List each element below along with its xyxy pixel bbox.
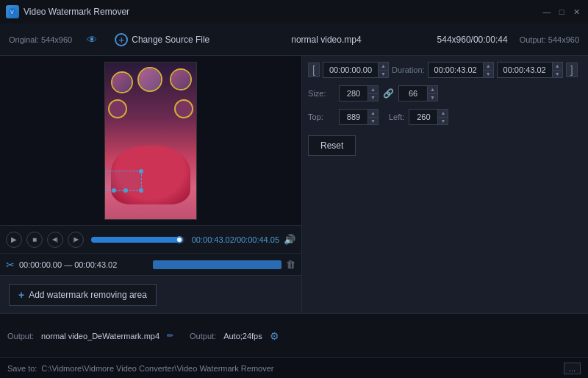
file-name-label: normal video.mp4 xyxy=(227,35,425,45)
change-source-label: Change Source File xyxy=(132,35,209,45)
minimize-button[interactable]: — xyxy=(541,6,553,18)
corner-handle-bm2[interactable] xyxy=(123,188,128,193)
top-label: Top: xyxy=(308,113,334,121)
top-bar: Original: 544x960 👁 + Change Source File… xyxy=(0,24,588,56)
duration-up[interactable]: ▲ xyxy=(483,63,493,71)
left-panel: ▶ ■ ◀| |▶ 00:00:43.02/00:00:44.05 🔊 ✂ 00… xyxy=(0,56,301,313)
maximize-button[interactable]: □ xyxy=(556,6,567,18)
add-area-label: Add watermark removing area xyxy=(29,290,147,300)
reset-row: Reset xyxy=(308,135,582,156)
add-watermark-area-button[interactable]: + Add watermark removing area xyxy=(9,284,157,306)
left-spinners: ▲ ▼ xyxy=(437,110,448,124)
bracket-end-button[interactable]: ] xyxy=(566,63,578,77)
clip-track[interactable] xyxy=(153,260,282,269)
start-time-spinners: ▲ ▼ xyxy=(378,63,388,77)
left-down[interactable]: ▼ xyxy=(437,118,448,125)
left-up[interactable]: ▲ xyxy=(437,110,448,118)
duration-down[interactable]: ▼ xyxy=(483,71,493,78)
frame-back-button[interactable]: ◀| xyxy=(47,232,63,248)
top-down[interactable]: ▼ xyxy=(368,118,378,125)
app-title: Video Watermark Remover xyxy=(24,7,129,17)
left-spinbox[interactable]: ▲ ▼ xyxy=(409,109,448,125)
change-source-button[interactable]: + Change Source File xyxy=(109,30,215,49)
size-height-down[interactable]: ▼ xyxy=(427,94,437,101)
title-controls: — □ ✕ xyxy=(541,6,582,18)
size-width-input[interactable] xyxy=(340,86,368,101)
size-height-input[interactable] xyxy=(399,86,427,101)
progress-bar[interactable] xyxy=(91,237,184,243)
saveto-path: C:\Vidmore\Vidmore Video Converter\Video… xyxy=(41,364,559,373)
size-width-spinners: ▲ ▼ xyxy=(368,86,378,101)
size-row: Size: ▲ ▼ 🔗 ▲ ▼ xyxy=(308,85,582,101)
frame-forward-button[interactable]: |▶ xyxy=(68,232,84,248)
export-area: ⬇ Export xyxy=(308,160,582,307)
position-row: Top: ▲ ▼ Left: ▲ ▼ xyxy=(308,109,582,125)
output-file-label: Output: xyxy=(7,332,34,340)
start-time-spinbox[interactable]: ▲ ▼ xyxy=(323,62,389,78)
size-width-spinbox[interactable]: ▲ ▼ xyxy=(339,85,379,101)
end-time-down[interactable]: ▼ xyxy=(552,71,562,78)
end-time-spinbox[interactable]: ▲ ▼ xyxy=(497,62,563,78)
top-up[interactable]: ▲ xyxy=(368,110,378,118)
corner-handle-tr[interactable] xyxy=(139,169,143,174)
stop-button[interactable]: ■ xyxy=(26,232,43,248)
bottom-bar: Output: normal video_DeWatermark.mp4 ✏ O… xyxy=(0,313,588,357)
reset-button[interactable]: Reset xyxy=(308,135,356,156)
title-bar-left: V Video Watermark Remover xyxy=(6,5,129,18)
progress-fill xyxy=(91,237,182,243)
link-icon[interactable]: 🔗 xyxy=(383,88,394,99)
output-format-label: Output: xyxy=(190,332,216,340)
size-height-spinbox[interactable]: ▲ ▼ xyxy=(398,85,438,101)
svg-text:V: V xyxy=(10,10,14,15)
size-width-up[interactable]: ▲ xyxy=(368,86,378,94)
watermark-selection-box[interactable] xyxy=(104,171,142,191)
plus-icon: + xyxy=(18,289,24,301)
playback-bar: ▶ ■ ◀| |▶ 00:00:43.02/00:00:44.05 🔊 xyxy=(0,225,301,253)
top-spinbox[interactable]: ▲ ▼ xyxy=(339,109,379,125)
title-bar: V Video Watermark Remover — □ ✕ xyxy=(0,0,588,24)
end-time-input[interactable] xyxy=(498,63,552,77)
end-time-up[interactable]: ▲ xyxy=(552,63,562,71)
start-time-up[interactable]: ▲ xyxy=(378,63,388,71)
duration-input[interactable] xyxy=(429,63,483,77)
left-label: Left: xyxy=(389,113,404,121)
output-dimensions-label: Output: 544x960 xyxy=(520,35,579,44)
duration-label: Duration: xyxy=(392,65,425,74)
settings-icon[interactable]: ⚙ xyxy=(270,330,279,342)
end-time-spinners: ▲ ▼ xyxy=(552,63,562,77)
corner-handle-bm[interactable] xyxy=(112,188,116,193)
video-preview-area xyxy=(0,56,301,225)
trash-icon[interactable]: 🗑 xyxy=(286,259,295,270)
size-width-down[interactable]: ▼ xyxy=(368,94,378,101)
top-input[interactable] xyxy=(340,110,368,124)
original-dimensions-label: Original: 544x960 xyxy=(9,35,72,44)
saveto-browse-button[interactable]: ... xyxy=(564,363,581,374)
plus-circle-icon: + xyxy=(115,33,128,46)
app-icon: V xyxy=(6,5,19,18)
clip-icon: ✂ xyxy=(6,259,15,271)
edit-icon[interactable]: ✏ xyxy=(167,331,173,340)
size-height-spinners: ▲ ▼ xyxy=(427,86,437,101)
bracket-start-button[interactable]: [ xyxy=(308,63,320,77)
progress-thumb xyxy=(176,236,183,243)
duration-spinners: ▲ ▼ xyxy=(483,63,493,77)
content-area: ▶ ■ ◀| |▶ 00:00:43.02/00:00:44.05 🔊 ✂ 00… xyxy=(0,56,588,313)
duration-spinbox[interactable]: ▲ ▼ xyxy=(428,62,494,78)
left-input[interactable] xyxy=(409,110,437,124)
volume-icon[interactable]: 🔊 xyxy=(284,234,295,245)
play-button[interactable]: ▶ xyxy=(6,232,22,248)
size-height-up[interactable]: ▲ xyxy=(427,86,437,94)
output-format-value: Auto;24fps xyxy=(223,332,262,340)
eye-icon[interactable]: 👁 xyxy=(87,34,97,46)
start-time-down[interactable]: ▼ xyxy=(378,71,388,78)
app-wrapper: V Video Watermark Remover — □ ✕ Original… xyxy=(0,0,588,378)
clip-time-label: 00:00:00.00 — 00:00:43.02 xyxy=(19,260,148,269)
timeline-range-row: [ ▲ ▼ Duration: ▲ ▼ xyxy=(308,62,582,78)
close-button[interactable]: ✕ xyxy=(570,6,582,18)
start-time-input[interactable] xyxy=(323,63,378,77)
corner-handle-br[interactable] xyxy=(139,188,143,193)
right-panel: [ ▲ ▼ Duration: ▲ ▼ xyxy=(301,56,588,313)
top-spinners: ▲ ▼ xyxy=(368,110,378,124)
output-file-name: normal video_DeWatermark.mp4 xyxy=(41,332,159,340)
clip-row: ✂ 00:00:00.00 — 00:00:43.02 🗑 xyxy=(0,253,301,275)
